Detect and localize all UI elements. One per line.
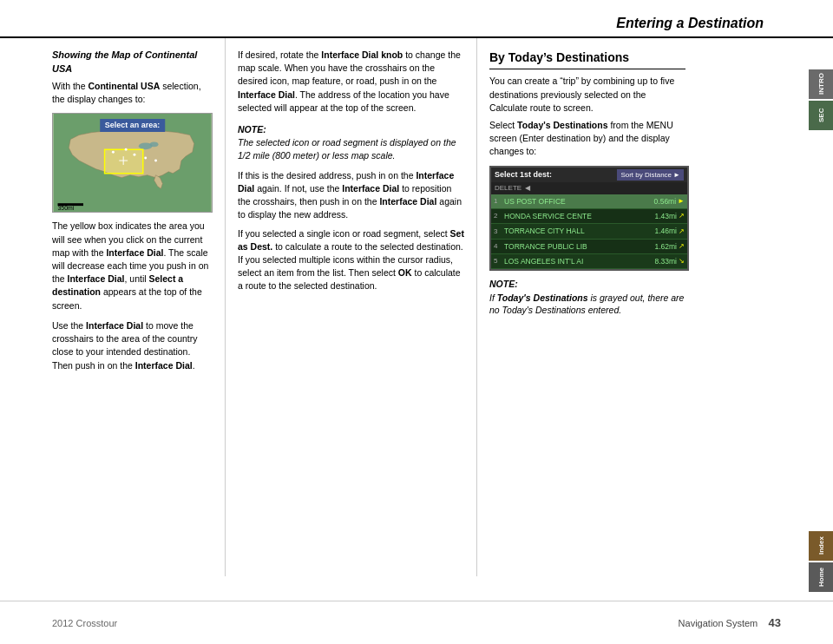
nav-display: Select 1st dest: Sort by Distance ► DELE… xyxy=(489,166,689,272)
svg-point-10 xyxy=(125,148,128,151)
footer-nav-system: Navigation System 43 xyxy=(679,616,781,629)
nav-row-name: TORRANCE PUBLIC LIB xyxy=(504,241,654,252)
nav-header-left: Select 1st dest: xyxy=(495,169,552,181)
tab-home[interactable]: Home xyxy=(809,562,833,592)
sort-button: Sort by Distance ► xyxy=(617,169,684,181)
left-column: Showing the Map of Continental USA With … xyxy=(0,38,226,576)
nav-rows: 1 US POST OFFICE 0.56mi ► 2 HONDA SERVIC… xyxy=(491,194,687,270)
middle-column: If desired, rotate the Interface Dial kn… xyxy=(226,38,477,576)
tab-index[interactable]: Index xyxy=(809,531,833,561)
nav-row-arrow: ↗ xyxy=(679,211,685,221)
page-number: 43 xyxy=(769,616,781,629)
nav-table-row: 4 TORRANCE PUBLIC LIB 1.62mi ↗ xyxy=(491,240,687,254)
svg-point-4 xyxy=(150,142,159,148)
nav-subheader: DELETE ◀ xyxy=(491,182,687,194)
right-section-title: By Today’s Destinations xyxy=(489,49,685,69)
right-para2: Select Today's Destinations from the MEN… xyxy=(489,119,685,159)
middle-note: NOTE: The selected icon or road segment … xyxy=(238,123,464,162)
right-note: NOTE: If Today's Destinations is grayed … xyxy=(489,278,685,317)
svg-text:350mi: 350mi xyxy=(58,205,75,211)
usa-map: Select an area: xyxy=(52,113,213,213)
left-section-title: Showing the Map of Continental USA xyxy=(52,49,213,76)
nav-row-dist: 1.43mi xyxy=(654,211,677,221)
nav-row-dist: 8.33mi xyxy=(654,256,677,266)
middle-note-text: The selected icon or road segment is dis… xyxy=(238,136,464,161)
svg-point-8 xyxy=(133,154,135,156)
nav-display-header: Select 1st dest: Sort by Distance ► xyxy=(491,168,687,183)
bottom-tabs[interactable]: Index Home xyxy=(809,531,833,592)
svg-point-11 xyxy=(154,160,157,162)
page-footer: 2012 Crosstour Navigation System 43 xyxy=(0,601,833,644)
tab-sec[interactable]: SEC xyxy=(809,101,833,130)
map-select-label: Select an area: xyxy=(100,119,166,132)
nav-row-dist: 1.62mi xyxy=(654,241,677,252)
nav-row-dist: 1.46mi xyxy=(654,226,677,236)
nav-row-name: HONDA SERVICE CENTE xyxy=(504,211,654,221)
nav-row-dist: 0.56mi xyxy=(654,196,677,207)
right-column: By Today’s Destinations You can create a… xyxy=(477,38,746,576)
sidebar-tabs[interactable]: INTRO SEC xyxy=(809,69,833,130)
nav-row-arrow: ↗ xyxy=(679,241,685,252)
nav-row-arrow: ↗ xyxy=(679,227,685,237)
middle-note-title: NOTE: xyxy=(238,123,464,136)
middle-para2: If this is the desired address, push in … xyxy=(238,169,464,222)
right-note-title: NOTE: xyxy=(489,278,685,291)
left-para2: The yellow box indicates the area you wi… xyxy=(52,220,213,312)
nav-table-row: 5 LOS ANGELES INT’L AI 8.33mi ↘ xyxy=(491,254,687,269)
right-para1: You can create a “trip” by combining up … xyxy=(489,75,685,115)
nav-table-row: 2 HONDA SERVICE CENTE 1.43mi ↗ xyxy=(491,209,687,224)
middle-para3: If you selected a single icon or road se… xyxy=(238,227,464,293)
svg-point-12 xyxy=(112,151,115,154)
right-note-text: If Today's Destinations is grayed out, t… xyxy=(489,292,685,317)
nav-row-num: 4 xyxy=(494,241,504,252)
nav-table-row: 3 TORRANCE CITY HALL 1.46mi ↗ xyxy=(491,224,687,239)
nav-row-num: 1 xyxy=(494,196,504,207)
left-para1: With the Continental USA selection, the … xyxy=(52,80,213,106)
nav-row-arrow: ► xyxy=(678,196,685,207)
nav-row-name: LOS ANGELES INT’L AI xyxy=(504,256,654,266)
nav-row-num: 2 xyxy=(494,211,504,221)
nav-row-num: 5 xyxy=(494,256,504,266)
page-title: Entering a Destination xyxy=(616,16,764,30)
nav-row-arrow: ↘ xyxy=(679,256,685,266)
left-para3: Use the Interface Dial to move the cross… xyxy=(52,319,213,372)
middle-para1: If desired, rotate the Interface Dial kn… xyxy=(238,49,464,115)
nav-row-num: 3 xyxy=(494,227,504,237)
page-header: Entering a Destination xyxy=(0,0,833,38)
svg-rect-5 xyxy=(105,150,143,174)
nav-row-name: TORRANCE CITY HALL xyxy=(504,226,654,236)
footer-car: 2012 Crosstour xyxy=(52,618,117,628)
tab-intro[interactable]: INTRO xyxy=(809,69,833,99)
main-content: Showing the Map of Continental USA With … xyxy=(0,38,833,576)
svg-point-9 xyxy=(144,157,147,160)
nav-row-name: US POST OFFICE xyxy=(504,196,654,207)
nav-table-row: 1 US POST OFFICE 0.56mi ► xyxy=(491,194,687,209)
